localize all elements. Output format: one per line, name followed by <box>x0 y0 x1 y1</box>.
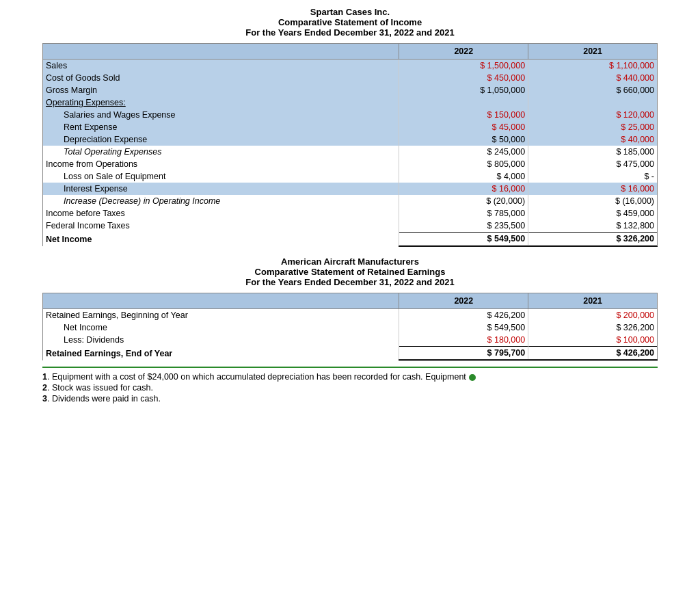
income-row: Interest Expense$ 16,000$ 16,000 <box>43 183 658 195</box>
retained-company-name: American Aircraft Manufacturers <box>42 256 658 267</box>
retained-row-2022: $ 426,200 <box>399 309 528 322</box>
income-row-label: Interest Expense <box>43 183 399 195</box>
income-row-label: Income before Taxes <box>43 207 399 220</box>
income-row: Salaries and Wages Expense$ 150,000$ 120… <box>43 109 658 121</box>
income-row-label: Loss on Sale of Equipment <box>43 170 399 183</box>
income-row-2021: $ 440,000 <box>528 72 658 84</box>
income-row-label: Rent Expense <box>43 121 399 133</box>
income-row-label: Income from Operations <box>43 158 399 170</box>
income-2021-header: 2021 <box>528 44 658 60</box>
income-row-label: Gross Margin <box>43 84 399 96</box>
income-row-2022: $ 1,050,000 <box>399 84 528 96</box>
retained-row-2021: $ 326,200 <box>528 321 658 334</box>
income-row-label: Sales <box>43 60 399 72</box>
income-row-2021: $ - <box>528 170 658 183</box>
income-row-2021: $ 459,000 <box>528 207 658 220</box>
income-row-2021: $ (16,000) <box>528 195 658 207</box>
income-row: Depreciation Expense$ 50,000$ 40,000 <box>43 133 658 146</box>
income-row-2022: $ 45,000 <box>399 121 528 133</box>
retained-2021-header: 2021 <box>528 293 658 309</box>
income-row-2022 <box>399 96 528 109</box>
income-row: Loss on Sale of Equipment$ 4,000$ - <box>43 170 658 183</box>
income-row-2021: $ 132,800 <box>528 220 658 233</box>
income-row-2021: $ 40,000 <box>528 133 658 146</box>
income-row: Operating Expenses: <box>43 96 658 109</box>
retained-earnings-period: For the Years Ended December 31, 2022 an… <box>42 277 658 287</box>
income-row-2021: $ 1,100,000 <box>528 60 658 72</box>
note-line: 1. Equipment with a cost of $24,000 on w… <box>42 372 658 382</box>
retained-row-2022: $ 180,000 <box>399 334 528 347</box>
retained-row: Retained Earnings, End of Year$ 795,700$… <box>43 347 658 360</box>
income-row: Increase (Decrease) in Operating Income$… <box>43 195 658 207</box>
income-row-label: Federal Income Taxes <box>43 220 399 233</box>
income-row-2022: $ 50,000 <box>399 133 528 146</box>
income-row-label: Depreciation Expense <box>43 133 399 146</box>
income-row-label: Total Operating Expenses <box>43 146 399 158</box>
retained-earnings-title: Comparative Statement of Retained Earnin… <box>42 267 658 277</box>
note-line: 2. Stock was issued for cash. <box>42 383 658 393</box>
income-row-label: Salaries and Wages Expense <box>43 109 399 121</box>
retained-row-2022: $ 795,700 <box>399 347 528 360</box>
income-row: Income from Operations$ 805,000$ 475,000 <box>43 158 658 170</box>
retained-row: Retained Earnings, Beginning of Year$ 42… <box>43 309 658 322</box>
income-row: Total Operating Expenses$ 245,000$ 185,0… <box>43 146 658 158</box>
income-row-2022: $ 785,000 <box>399 207 528 220</box>
income-row-label: Net Income <box>43 233 399 246</box>
income-statement-title: Comparative Statement of Income <box>42 17 658 27</box>
notes-section: 1. Equipment with a cost of $24,000 on w… <box>42 367 658 404</box>
income-label-header <box>43 44 399 60</box>
income-company-name: Spartan Cases Inc. <box>42 7 658 17</box>
income-row-2022: $ 4,000 <box>399 170 528 183</box>
retained-row-label: Net Income <box>43 321 399 334</box>
income-row: Federal Income Taxes$ 235,500$ 132,800 <box>43 220 658 233</box>
income-row-2022: $ 150,000 <box>399 109 528 121</box>
income-row-2021: $ 25,000 <box>528 121 658 133</box>
income-row: Net Income$ 549,500$ 326,200 <box>43 233 658 246</box>
income-row-2022: $ 235,500 <box>399 220 528 233</box>
income-row-2022: $ 450,000 <box>399 72 528 84</box>
income-row-2022: $ 549,500 <box>399 233 528 246</box>
income-row-2022: $ 1,500,000 <box>399 60 528 72</box>
retained-row: Less: Dividends$ 180,000$ 100,000 <box>43 334 658 347</box>
income-row-2022: $ 245,000 <box>399 146 528 158</box>
income-row: Sales$ 1,500,000$ 1,100,000 <box>43 60 658 72</box>
income-statement-table: 2022 2021 Sales$ 1,500,000$ 1,100,000Cos… <box>42 43 658 247</box>
green-dot-icon <box>469 374 476 381</box>
income-statement-period: For the Years Ended December 31, 2022 an… <box>42 27 658 38</box>
income-statement-header: Spartan Cases Inc. Comparative Statement… <box>42 7 658 38</box>
retained-header-row: 2022 2021 <box>43 293 658 309</box>
retained-row-label: Retained Earnings, Beginning of Year <box>43 309 399 322</box>
income-row-2021 <box>528 96 658 109</box>
note-line: 3. Dividends were paid in cash. <box>42 394 658 404</box>
retained-row-2022: $ 549,500 <box>399 321 528 334</box>
retained-row-2021: $ 426,200 <box>528 347 658 360</box>
retained-row-2021: $ 100,000 <box>528 334 658 347</box>
income-row: Gross Margin$ 1,050,000$ 660,000 <box>43 84 658 96</box>
income-2022-header: 2022 <box>399 44 528 60</box>
retained-row-2021: $ 200,000 <box>528 309 658 322</box>
income-row-2022: $ 805,000 <box>399 158 528 170</box>
income-row: Rent Expense$ 45,000$ 25,000 <box>43 121 658 133</box>
retained-row-label: Less: Dividends <box>43 334 399 347</box>
income-header-row: 2022 2021 <box>43 44 658 60</box>
retained-row-label: Retained Earnings, End of Year <box>43 347 399 360</box>
income-row: Cost of Goods Sold$ 450,000$ 440,000 <box>43 72 658 84</box>
income-row-label: Cost of Goods Sold <box>43 72 399 84</box>
income-row-2022: $ (20,000) <box>399 195 528 207</box>
income-row-2021: $ 326,200 <box>528 233 658 246</box>
retained-2022-header: 2022 <box>399 293 528 309</box>
income-row-label: Increase (Decrease) in Operating Income <box>43 195 399 207</box>
income-row-2021: $ 660,000 <box>528 84 658 96</box>
income-row-2021: $ 16,000 <box>528 183 658 195</box>
income-row-2021: $ 120,000 <box>528 109 658 121</box>
income-row-2021: $ 475,000 <box>528 158 658 170</box>
retained-row: Net Income$ 549,500$ 326,200 <box>43 321 658 334</box>
income-row: Income before Taxes$ 785,000$ 459,000 <box>43 207 658 220</box>
retained-earnings-header: American Aircraft Manufacturers Comparat… <box>42 256 658 287</box>
income-row-2022: $ 16,000 <box>399 183 528 195</box>
retained-label-header <box>43 293 399 309</box>
income-row-label: Operating Expenses: <box>43 96 399 109</box>
income-row-2021: $ 185,000 <box>528 146 658 158</box>
retained-earnings-table: 2022 2021 Retained Earnings, Beginning o… <box>42 293 658 361</box>
